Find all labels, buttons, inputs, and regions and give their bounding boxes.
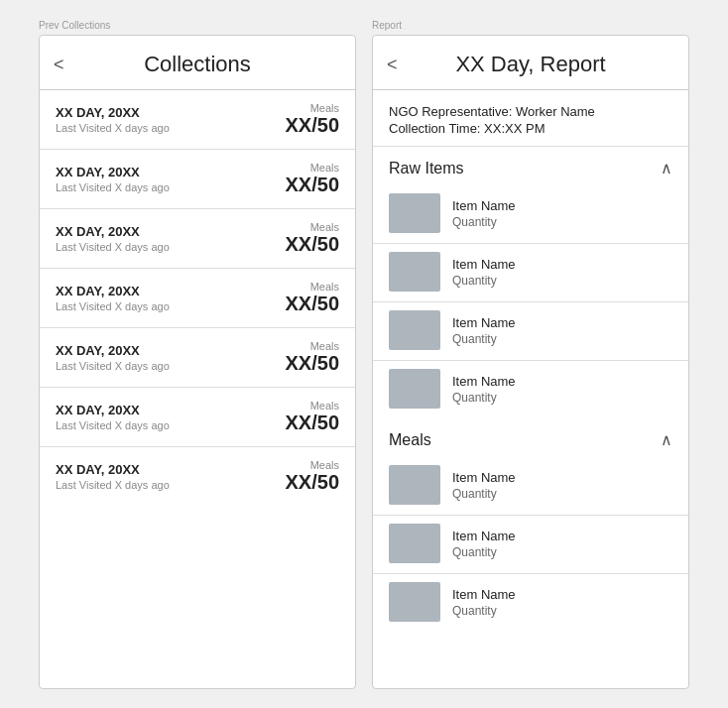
item-info: Item Name Quantity (452, 529, 516, 559)
collection-item[interactable]: XX DAY, 20XX Last Visited X days ago Mea… (40, 447, 355, 506)
item-quantity: Quantity (452, 274, 516, 288)
report-section-1: Meals ∧ Item Name Quantity Item Name Qua… (373, 418, 688, 632)
collection-item[interactable]: XX DAY, 20XX Last Visited X days ago Mea… (40, 328, 355, 388)
collection-right: Meals XX/50 (286, 400, 339, 434)
meals-count: XX/50 (286, 174, 339, 196)
collection-item[interactable]: XX DAY, 20XX Last Visited X days ago Mea… (40, 269, 355, 328)
item-info: Item Name Quantity (452, 257, 516, 288)
section-header[interactable]: Raw Items ∧ (373, 147, 688, 185)
meals-label: Meals (286, 340, 339, 352)
item-image (389, 582, 440, 622)
collection-left: XX DAY, 20XX Last Visited X days ago (56, 224, 170, 253)
day-name: XX DAY, 20XX (56, 343, 170, 358)
report-panel-label: Report (372, 20, 402, 31)
item-image (389, 465, 440, 505)
last-visited: Last Visited X days ago (56, 419, 170, 431)
collection-item[interactable]: XX DAY, 20XX Last Visited X days ago Mea… (40, 388, 355, 447)
collection-left: XX DAY, 20XX Last Visited X days ago (56, 165, 170, 193)
day-name: XX DAY, 20XX (56, 105, 170, 120)
item-name: Item Name (452, 529, 516, 543)
collection-left: XX DAY, 20XX Last Visited X days ago (56, 284, 170, 312)
meals-label: Meals (286, 162, 339, 174)
report-panel-wrapper: Report < XX Day, Report NGO Representati… (372, 20, 689, 689)
day-name: XX DAY, 20XX (56, 165, 170, 179)
meals-count: XX/50 (286, 114, 339, 137)
item-image (389, 310, 440, 350)
section-title: Raw Items (389, 160, 464, 177)
item-image (389, 524, 440, 563)
collection-item[interactable]: XX DAY, 20XX Last Visited X days ago Mea… (40, 150, 355, 209)
meals-label: Meals (286, 221, 339, 233)
day-name: XX DAY, 20XX (56, 284, 170, 298)
item-name: Item Name (452, 198, 516, 213)
collection-item[interactable]: XX DAY, 20XX Last Visited X days ago Mea… (40, 209, 355, 269)
meals-count: XX/50 (286, 352, 339, 375)
collection-right: Meals XX/50 (286, 162, 339, 196)
section-title: Meals (389, 431, 431, 449)
day-name: XX DAY, 20XX (56, 462, 170, 477)
collection-left: XX DAY, 20XX Last Visited X days ago (56, 462, 170, 491)
meals-label: Meals (286, 459, 339, 471)
item-name: Item Name (452, 315, 516, 330)
item-quantity: Quantity (452, 332, 516, 346)
last-visited: Last Visited X days ago (56, 181, 170, 193)
meals-count: XX/50 (286, 471, 339, 494)
report-meta: NGO Representative: Worker Name Collecti… (373, 90, 688, 147)
chevron-up-icon: ∧ (661, 430, 672, 449)
item-info: Item Name Quantity (452, 374, 516, 405)
item-image (389, 252, 440, 292)
report-panel: < XX Day, Report NGO Representative: Wor… (372, 35, 689, 689)
chevron-up-icon: ∧ (661, 159, 672, 177)
meals-label: Meals (286, 102, 339, 114)
item-info: Item Name Quantity (452, 470, 516, 501)
collection-right: Meals XX/50 (286, 221, 339, 256)
item-name: Item Name (452, 470, 516, 485)
collection-left: XX DAY, 20XX Last Visited X days ago (56, 343, 170, 372)
last-visited: Last Visited X days ago (56, 241, 170, 253)
last-visited: Last Visited X days ago (56, 360, 170, 372)
item-quantity: Quantity (452, 545, 516, 559)
report-back-button[interactable]: < (387, 55, 398, 75)
report-section-0: Raw Items ∧ Item Name Quantity Item Name… (373, 147, 688, 418)
meals-label: Meals (286, 400, 339, 412)
item-image (389, 193, 440, 233)
collection-item[interactable]: XX DAY, 20XX Last Visited X days ago Mea… (40, 90, 355, 150)
last-visited: Last Visited X days ago (56, 300, 170, 312)
collection-time: Collection Time: XX:XX PM (389, 121, 672, 136)
item-name: Item Name (452, 374, 516, 389)
item-info: Item Name Quantity (452, 315, 516, 346)
report-item[interactable]: Item Name Quantity (373, 361, 688, 418)
collection-right: Meals XX/50 (286, 459, 339, 494)
collection-list: XX DAY, 20XX Last Visited X days ago Mea… (40, 90, 355, 506)
item-quantity: Quantity (452, 604, 516, 618)
item-info: Item Name Quantity (452, 198, 516, 229)
item-image (389, 369, 440, 409)
report-item[interactable]: Item Name Quantity (373, 516, 688, 574)
last-visited: Last Visited X days ago (56, 122, 170, 134)
collection-right: Meals XX/50 (286, 102, 339, 137)
report-header: < XX Day, Report (373, 36, 688, 90)
day-name: XX DAY, 20XX (56, 224, 170, 239)
section-header[interactable]: Meals ∧ (373, 418, 688, 457)
report-item[interactable]: Item Name Quantity (373, 185, 688, 244)
item-quantity: Quantity (452, 215, 516, 229)
item-info: Item Name Quantity (452, 587, 516, 618)
item-quantity: Quantity (452, 391, 516, 405)
collections-back-button[interactable]: < (54, 55, 64, 75)
collection-right: Meals XX/50 (286, 281, 339, 315)
report-item[interactable]: Item Name Quantity (373, 457, 688, 516)
meals-count: XX/50 (286, 233, 339, 256)
collections-header: < Collections (40, 36, 355, 90)
collections-panel-wrapper: Prev Collections < Collections XX DAY, 2… (39, 20, 356, 689)
report-item[interactable]: Item Name Quantity (373, 574, 688, 632)
item-name: Item Name (452, 587, 516, 602)
representative-name: NGO Representative: Worker Name (389, 104, 672, 119)
collections-panel: < Collections XX DAY, 20XX Last Visited … (39, 35, 356, 689)
report-sections: Raw Items ∧ Item Name Quantity Item Name… (373, 147, 688, 632)
collection-left: XX DAY, 20XX Last Visited X days ago (56, 105, 170, 134)
item-name: Item Name (452, 257, 516, 272)
last-visited: Last Visited X days ago (56, 479, 170, 491)
meals-count: XX/50 (286, 412, 339, 434)
report-item[interactable]: Item Name Quantity (373, 244, 688, 302)
report-item[interactable]: Item Name Quantity (373, 302, 688, 361)
